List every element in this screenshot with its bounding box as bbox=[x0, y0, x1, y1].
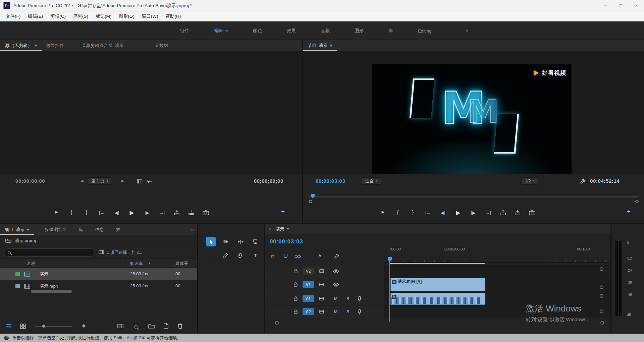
timeline-ruler[interactable]: :00:00 00:05:00:00 00:10:0 bbox=[384, 234, 610, 263]
tool-track-select-forward[interactable] bbox=[221, 237, 230, 246]
overwrite-icon[interactable] bbox=[188, 210, 194, 215]
minimize-button[interactable]: ─ bbox=[598, 0, 613, 11]
mic-icon[interactable] bbox=[358, 309, 362, 315]
workspace-tab-assembly[interactable]: 组件 bbox=[180, 28, 189, 34]
play-button[interactable]: ▶ bbox=[128, 209, 135, 216]
insert-icon[interactable] bbox=[174, 210, 180, 215]
new-bin-icon[interactable] bbox=[148, 324, 155, 329]
scrubber-playhead[interactable] bbox=[311, 194, 315, 198]
close-sequence-icon[interactable]: × bbox=[265, 227, 273, 232]
track-content-v2[interactable] bbox=[384, 265, 610, 277]
tab-info[interactable]: 信息 bbox=[91, 224, 109, 235]
search-input[interactable] bbox=[4, 248, 95, 256]
new-item-icon[interactable] bbox=[164, 323, 168, 329]
drag-audio-icon[interactable] bbox=[146, 179, 152, 184]
tool-type[interactable]: T bbox=[251, 250, 260, 260]
mute-button[interactable]: M bbox=[334, 309, 337, 314]
step-back-icon[interactable]: ◀| bbox=[113, 210, 120, 215]
workspace-tab-graphics[interactable]: 图形 bbox=[355, 28, 364, 34]
tab-program[interactable]: 节目: 演示 ≡ bbox=[303, 40, 337, 51]
page-select[interactable]: 第 1 页 ▾ bbox=[88, 177, 111, 185]
play-button[interactable]: ▶ bbox=[455, 209, 462, 216]
snap-icon[interactable] bbox=[283, 254, 288, 259]
next-page-button[interactable]: ▶ bbox=[121, 179, 124, 183]
tab-sequence[interactable]: 演示 ≡ bbox=[273, 224, 292, 234]
workspace-tab-audio[interactable]: 音频 bbox=[321, 28, 330, 34]
tab-media-browser[interactable]: 媒体浏览器 bbox=[40, 224, 71, 235]
eye-icon[interactable] bbox=[333, 269, 339, 273]
mark-in-icon[interactable]: { bbox=[394, 210, 401, 216]
close-button[interactable]: × bbox=[629, 0, 644, 11]
horizontal-scrollbar[interactable] bbox=[31, 290, 72, 293]
settings-wrench-icon[interactable] bbox=[580, 178, 586, 184]
export-frame-icon[interactable] bbox=[529, 210, 535, 215]
menu-edit[interactable]: 编辑(E) bbox=[24, 13, 47, 19]
source-panel-menu-icon[interactable]: ≡ bbox=[35, 43, 37, 48]
automate-to-sequence-icon[interactable] bbox=[117, 324, 123, 329]
menu-help[interactable]: 帮助(H) bbox=[162, 13, 184, 19]
track-content-a2[interactable] bbox=[384, 305, 610, 318]
mark-out-icon[interactable]: } bbox=[83, 210, 90, 216]
column-name[interactable]: 名称 bbox=[27, 261, 35, 267]
sync-lock-icon[interactable] bbox=[319, 283, 324, 286]
tab-effects-clipped[interactable]: 效 bbox=[111, 224, 125, 235]
go-to-out-icon[interactable]: →| bbox=[485, 210, 492, 215]
sync-lock-icon[interactable] bbox=[319, 297, 324, 300]
export-frame-icon[interactable] bbox=[203, 210, 209, 215]
menu-markers[interactable]: 标记(M) bbox=[92, 13, 115, 19]
lock-icon[interactable] bbox=[294, 309, 298, 314]
menu-clip[interactable]: 剪辑(C) bbox=[47, 13, 69, 19]
tab-metadata[interactable]: 元数据 bbox=[150, 40, 173, 51]
item-name[interactable]: 演示 bbox=[40, 271, 48, 277]
insert-overwrite-nest-icon[interactable]: ⇄ bbox=[270, 253, 275, 259]
tool-ripple-edit[interactable] bbox=[236, 237, 245, 246]
button-editor-add-icon[interactable]: + bbox=[281, 208, 285, 215]
lock-icon[interactable] bbox=[294, 282, 298, 287]
workspace-menu-icon[interactable]: ≡ bbox=[225, 28, 228, 34]
go-to-out-icon[interactable]: →| bbox=[159, 210, 165, 215]
linked-selection-icon[interactable] bbox=[294, 255, 301, 258]
button-editor-add-icon[interactable]: + bbox=[627, 208, 631, 215]
zoom-slider-track[interactable] bbox=[35, 326, 72, 327]
tab-source[interactable]: 源:（无剪辑） ≡ bbox=[0, 40, 42, 51]
fit-select[interactable]: 适合 ▾ bbox=[362, 177, 381, 185]
tab-libraries[interactable]: 库 bbox=[74, 224, 88, 235]
solo-button[interactable]: S bbox=[346, 309, 349, 314]
workspace-tab-editing-en[interactable]: Editing bbox=[418, 28, 431, 34]
zoom-slider-handle[interactable] bbox=[42, 325, 45, 328]
vertical-scroll-handle[interactable] bbox=[600, 285, 603, 289]
tool-razor[interactable] bbox=[251, 237, 260, 246]
timeline-panel-menu-icon[interactable]: ≡ bbox=[287, 227, 289, 232]
video-clip[interactable]: fx演示.mp4 [V] bbox=[390, 278, 485, 291]
add-marker-icon[interactable]: ⚑ bbox=[379, 210, 386, 215]
lift-icon[interactable] bbox=[500, 210, 506, 215]
prev-page-button[interactable]: ◀ bbox=[80, 179, 83, 183]
mute-button[interactable]: M bbox=[334, 296, 337, 301]
tab-audio-clip-mixer[interactable]: 音频剪辑混合器: 演示 bbox=[77, 40, 128, 51]
find-icon[interactable] bbox=[134, 324, 138, 330]
label-chip-green[interactable] bbox=[15, 272, 20, 276]
menu-window[interactable]: 窗口(W) bbox=[138, 13, 162, 19]
scrubber-left-handle[interactable] bbox=[309, 200, 312, 203]
lock-icon[interactable] bbox=[294, 269, 298, 273]
mark-out-icon[interactable]: } bbox=[410, 210, 416, 216]
go-to-in-icon[interactable]: |← bbox=[98, 210, 105, 215]
breadcrumb[interactable]: 演示.prproj bbox=[15, 238, 36, 244]
track-target-a1[interactable]: A1 bbox=[303, 295, 314, 302]
maximize-button[interactable]: □ bbox=[613, 0, 629, 11]
extract-icon[interactable] bbox=[515, 210, 521, 215]
tool-selection[interactable] bbox=[206, 237, 216, 246]
step-forward-icon[interactable]: |▶ bbox=[144, 210, 150, 215]
audio-clip[interactable]: fx bbox=[390, 293, 485, 305]
tab-effect-controls[interactable]: 效果控件 bbox=[42, 40, 68, 51]
list-view-icon[interactable] bbox=[6, 324, 12, 329]
workspace-overflow-button[interactable]: » bbox=[466, 27, 468, 33]
project-row-sequence[interactable]: 演示 25.00 fps 00: bbox=[0, 268, 197, 280]
source-current-time[interactable]: 00;00;00;00 bbox=[15, 178, 45, 184]
sync-lock-icon[interactable] bbox=[319, 269, 324, 273]
workspace-tab-color[interactable]: 颜色 bbox=[253, 28, 262, 34]
delete-icon[interactable] bbox=[178, 323, 182, 329]
sync-lock-icon[interactable] bbox=[319, 310, 324, 314]
playback-resolution-select[interactable]: 1/2 ▾ bbox=[522, 177, 538, 185]
menu-sequence[interactable]: 序列(S) bbox=[69, 13, 92, 19]
